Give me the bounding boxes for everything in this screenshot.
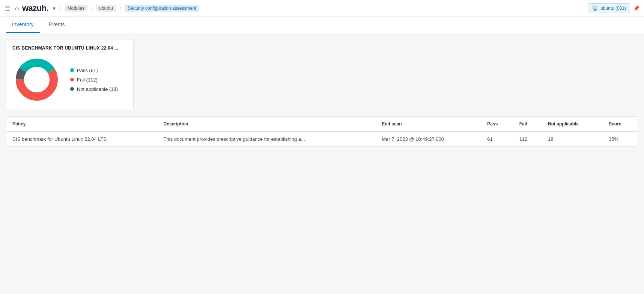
col-fail: Fail [513, 117, 542, 131]
cell-score: 35% [603, 131, 638, 146]
na-label: Not applicable (18) [77, 86, 118, 92]
cell-pass: 61 [481, 131, 513, 146]
fail-label: Fail (112) [77, 77, 98, 83]
agent-label: ubuntu (001) [600, 6, 626, 11]
tab-events[interactable]: Events [43, 17, 71, 33]
tab-inventory[interactable]: Inventory [6, 17, 40, 33]
chart-card: CIS BENCHMARK FOR UBUNTU LINUX 22.04 ... [6, 39, 134, 110]
legend-pass: Pass (61) [70, 68, 118, 73]
cell-end-scan: Mar 7, 2023 @ 10:49:27.000 [376, 131, 481, 146]
breadcrumb-ubuntu[interactable]: ubuntu [96, 5, 116, 12]
legend-na: Not applicable (18) [70, 86, 118, 92]
table-row[interactable]: CIS benchmark for Ubuntu Linux 22.04 LTS… [6, 131, 638, 146]
agent-badge[interactable]: 📡 ubuntu (001) [588, 3, 630, 13]
cell-description: This document provides prescriptive guid… [158, 131, 376, 146]
col-description: Description [158, 117, 376, 131]
col-policy: Policy [6, 117, 158, 131]
table-header-row: Policy Description End scan Pass Fail No… [6, 117, 638, 131]
legend-fail: Fail (112) [70, 77, 118, 83]
fail-dot [70, 78, 74, 81]
chart-card-title: CIS BENCHMARK FOR UBUNTU LINUX 22.04 ... [12, 45, 127, 51]
pass-dot [70, 68, 74, 72]
chevron-down-icon[interactable]: ▾ [53, 5, 56, 11]
cell-not-applicable: 18 [542, 131, 603, 146]
svg-point-4 [24, 67, 50, 92]
home-icon[interactable]: ⌂ [15, 4, 19, 12]
col-end-scan: End scan [376, 117, 481, 131]
hamburger-icon[interactable]: ☰ [5, 4, 11, 12]
cell-fail: 112 [513, 131, 542, 146]
donut-chart [12, 55, 61, 104]
tab-bar: Inventory Events [0, 17, 644, 33]
table-card: Policy Description End scan Pass Fail No… [6, 116, 638, 147]
col-pass: Pass [481, 117, 513, 131]
cell-policy: CIS benchmark for Ubuntu Linux 22.04 LTS [6, 131, 158, 146]
policy-table: Policy Description End scan Pass Fail No… [6, 117, 638, 146]
top-nav-bar: ☰ ⌂ wazuh. ▾ / Modules / ubuntu / Securi… [0, 0, 644, 17]
logo: wazuh. [22, 3, 48, 13]
breadcrumb-sca[interactable]: Security configuration assessment [125, 5, 199, 12]
col-not-applicable: Not applicable [542, 117, 603, 131]
signal-icon: 📡 [592, 5, 598, 11]
pass-label: Pass (61) [77, 68, 98, 73]
col-score: Score [603, 117, 638, 131]
breadcrumb-modules[interactable]: Modules [65, 5, 87, 12]
chart-legend: Pass (61) Fail (112) Not applicable (18) [70, 68, 118, 92]
na-dot [70, 87, 74, 91]
pin-icon[interactable]: 📌 [633, 5, 639, 11]
main-content: CIS BENCHMARK FOR UBUNTU LINUX 22.04 ... [0, 33, 644, 294]
